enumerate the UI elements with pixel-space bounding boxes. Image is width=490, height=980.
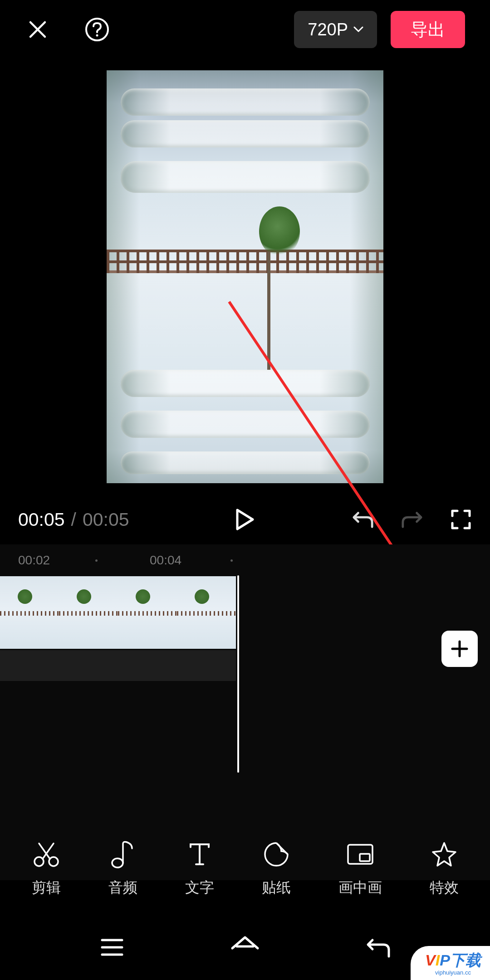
pip-icon — [346, 840, 375, 869]
help-icon — [84, 17, 110, 42]
redo-button[interactable] — [401, 509, 423, 530]
help-button[interactable] — [84, 17, 110, 42]
preview-decor — [121, 161, 370, 193]
clip-thumbnail — [177, 576, 236, 649]
undo-button[interactable] — [352, 509, 374, 530]
export-label: 导出 — [411, 18, 445, 41]
fullscreen-button[interactable] — [450, 509, 472, 530]
preview-decor — [121, 411, 370, 438]
text-icon — [185, 840, 214, 869]
menu-icon — [99, 937, 125, 957]
scissors-icon — [32, 840, 61, 869]
playback-controls-right — [352, 509, 472, 530]
svg-rect-7 — [360, 854, 370, 861]
tool-label: 剪辑 — [32, 878, 61, 898]
preview-decor — [121, 370, 370, 397]
home-icon — [230, 935, 260, 960]
header-left — [25, 17, 110, 42]
resolution-dropdown[interactable]: 720P — [294, 11, 377, 48]
export-button[interactable]: 导出 — [391, 11, 465, 48]
tool-label: 画中画 — [338, 878, 382, 898]
ruler-tick — [95, 559, 98, 562]
preview-decor — [107, 250, 383, 273]
nav-menu-button[interactable] — [94, 929, 130, 965]
timeline-tracks[interactable] — [0, 576, 490, 744]
tool-bar: 剪辑 音频 文字 贴纸 — [0, 823, 490, 914]
ruler-tick — [230, 559, 233, 562]
playback-bar: 00:05 / 00:05 — [0, 495, 490, 544]
preview-decor — [259, 206, 300, 256]
close-button[interactable] — [25, 17, 50, 42]
video-preview-area[interactable] — [0, 59, 490, 495]
fullscreen-icon — [450, 509, 472, 530]
redo-icon — [401, 509, 423, 530]
watermark-text: VIP下载 — [425, 950, 481, 971]
preview-decor — [267, 252, 270, 370]
video-clip[interactable] — [0, 576, 236, 649]
playhead[interactable] — [237, 575, 239, 773]
time-current: 00:05 — [18, 509, 65, 530]
preview-decor — [121, 120, 370, 147]
header-bar: 720P 导出 — [0, 0, 490, 59]
tool-label: 音频 — [108, 878, 137, 898]
watermark-badge: VIP下载 viphuiyuan.cc — [411, 946, 490, 980]
sticker-icon — [262, 840, 291, 869]
tool-pip[interactable]: 画中画 — [338, 840, 382, 898]
svg-point-0 — [86, 19, 108, 40]
tool-sticker[interactable]: 贴纸 — [262, 840, 291, 898]
tool-label: 特效 — [430, 878, 459, 898]
tool-label: 贴纸 — [262, 878, 291, 898]
ruler-label: 00:04 — [150, 553, 181, 568]
undo-icon — [352, 509, 374, 530]
play-icon — [235, 508, 255, 531]
ruler-label: 00:02 — [18, 553, 50, 568]
svg-point-1 — [96, 34, 98, 37]
music-icon — [108, 840, 137, 869]
tool-audio[interactable]: 音频 — [108, 840, 137, 898]
star-icon — [430, 840, 459, 869]
watermark-subtext: viphuiyuan.cc — [435, 969, 471, 976]
clip-thumbnail — [118, 576, 177, 649]
nav-back-button[interactable] — [360, 929, 396, 965]
time-separator: / — [71, 509, 76, 530]
header-right: 720P 导出 — [294, 11, 465, 48]
preview-decor — [121, 451, 370, 474]
timeline-ruler: 00:02 00:04 — [0, 544, 490, 576]
play-button[interactable] — [231, 506, 259, 533]
back-icon — [365, 936, 391, 959]
tool-cut[interactable]: 剪辑 — [32, 840, 61, 898]
tool-effects[interactable]: 特效 — [430, 840, 459, 898]
time-total: 00:05 — [83, 509, 129, 530]
clip-thumbnail — [0, 576, 59, 649]
chevron-down-icon — [353, 26, 363, 33]
resolution-label: 720P — [308, 20, 348, 39]
preview-decor — [121, 88, 370, 116]
tool-text[interactable]: 文字 — [185, 840, 214, 898]
close-icon — [27, 19, 49, 40]
svg-point-5 — [112, 858, 123, 867]
clip-thumbnail — [59, 576, 118, 649]
audio-track[interactable] — [0, 650, 236, 681]
time-display: 00:05 / 00:05 — [18, 509, 129, 530]
tool-label: 文字 — [185, 878, 214, 898]
nav-home-button[interactable] — [227, 929, 263, 965]
plus-icon — [450, 639, 470, 659]
video-preview-frame — [107, 70, 383, 483]
add-clip-button[interactable] — [441, 631, 478, 667]
